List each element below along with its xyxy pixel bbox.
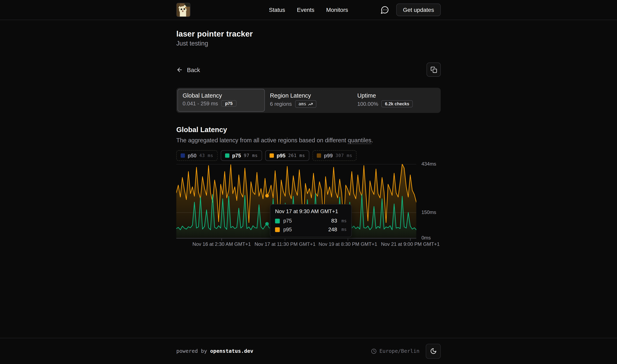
copy-link-button[interactable] bbox=[426, 63, 441, 77]
chart-plot-area[interactable]: Nov 16 at 2:30 AM GMT+1Nov 17 at 11:30 P… bbox=[176, 164, 416, 248]
legend-value: 97 ms bbox=[244, 153, 258, 158]
trending-up-icon bbox=[308, 102, 313, 106]
nav-links: Status Events Monitors bbox=[269, 7, 348, 13]
legend-value: 307 ms bbox=[336, 153, 352, 158]
nav-link-status[interactable]: Status bbox=[269, 7, 285, 13]
tooltip-value: 248 bbox=[328, 227, 337, 233]
region-badge-label: ams bbox=[298, 102, 306, 106]
status-page: Status Events Monitors Get updates laser… bbox=[0, 0, 617, 364]
tooltip-unit: ms bbox=[341, 227, 347, 232]
tooltip-timestamp: Nov 17 at 9:30 AM GMT+1 bbox=[275, 208, 347, 214]
p50-swatch bbox=[181, 153, 185, 158]
description-period: . bbox=[371, 137, 373, 143]
legend-label: p75 bbox=[232, 153, 241, 159]
tab-uptime[interactable]: Uptime 100.00% 6.2k checks bbox=[352, 89, 440, 112]
checks-badge: 6.2k checks bbox=[381, 100, 413, 107]
tooltip-row-p75: p75 83 ms bbox=[275, 218, 347, 224]
tab-global-latency[interactable]: Global Latency 0.041 - 259 ms p75 bbox=[177, 89, 265, 112]
tooltip-row-p95: p95 248 ms bbox=[275, 227, 347, 233]
cat-logo-image bbox=[177, 3, 190, 16]
legend-item-p99[interactable]: p99 307 ms bbox=[313, 150, 357, 161]
site-logo[interactable] bbox=[176, 3, 190, 17]
legend-item-p95[interactable]: p95 261 ms bbox=[265, 150, 309, 161]
p75-swatch bbox=[225, 153, 229, 158]
theme-toggle-button[interactable] bbox=[426, 344, 441, 359]
tooltip-series-name: p75 bbox=[283, 218, 292, 224]
tooltip-series-name: p95 bbox=[283, 227, 292, 233]
timezone-display: Europe/Berlin bbox=[371, 348, 419, 354]
message-circle-icon bbox=[381, 5, 389, 14]
x-axis-tick-label: Nov 16 at 2:30 AM GMT+1 bbox=[192, 242, 251, 247]
quantile-badge: p75 bbox=[221, 100, 236, 106]
legend-item-p75[interactable]: p75 97 ms bbox=[221, 150, 262, 161]
quantiles-link[interactable]: quantiles bbox=[348, 137, 371, 144]
tab-title: Region Latency bbox=[270, 92, 347, 99]
feedback-chat-button[interactable] bbox=[379, 4, 391, 16]
get-updates-button[interactable]: Get updates bbox=[396, 3, 441, 16]
page-footer: powered by openstatus.dev Europe/Berlin bbox=[0, 338, 617, 364]
openstatus-link[interactable]: openstatus.dev bbox=[210, 348, 253, 354]
legend-item-p50[interactable]: p50 43 ms bbox=[176, 150, 218, 161]
chart-legend: p50 43 ms p75 97 ms p95 261 ms p99 307 m… bbox=[176, 150, 441, 161]
section-title: Global Latency bbox=[176, 126, 441, 134]
p75-swatch bbox=[275, 219, 280, 223]
main-content: laser pointer tracker Just testing Back bbox=[0, 20, 617, 338]
nav-link-monitors[interactable]: Monitors bbox=[326, 7, 348, 13]
legend-label: p95 bbox=[277, 153, 286, 159]
page-title: laser pointer tracker bbox=[176, 29, 441, 38]
x-axis-labels: Nov 16 at 2:30 AM GMT+1Nov 17 at 11:30 P… bbox=[176, 242, 416, 248]
clock-icon bbox=[371, 348, 377, 354]
x-axis-tick-label: Nov 17 at 11:30 PM GMT+1 bbox=[254, 242, 315, 247]
powered-by: powered by openstatus.dev bbox=[176, 348, 253, 354]
moon-icon bbox=[430, 348, 437, 354]
y-axis-labels: 434ms150ms0ms bbox=[416, 164, 441, 248]
tab-subtitle: 6 regions bbox=[270, 101, 292, 107]
region-badge: ams bbox=[295, 100, 316, 108]
nav-link-events[interactable]: Events bbox=[297, 7, 314, 13]
p95-swatch bbox=[275, 227, 280, 232]
description-text: The aggregated latency from all active r… bbox=[176, 137, 348, 143]
page-subtitle: Just testing bbox=[176, 40, 441, 47]
tab-title: Global Latency bbox=[183, 92, 260, 99]
chart-tooltip: Nov 17 at 9:30 AM GMT+1 p75 83 ms p95 24… bbox=[270, 204, 352, 237]
copy-icon bbox=[430, 66, 437, 73]
tab-subtitle: 100.00% bbox=[357, 101, 378, 107]
back-link[interactable]: Back bbox=[176, 66, 200, 73]
section-description: The aggregated latency from all active r… bbox=[176, 137, 441, 143]
powered-prefix: powered by bbox=[176, 348, 210, 354]
latency-chart: Nov 16 at 2:30 AM GMT+1Nov 17 at 11:30 P… bbox=[176, 164, 441, 248]
legend-value: 261 ms bbox=[288, 153, 305, 158]
tab-region-latency[interactable]: Region Latency 6 regions ams bbox=[265, 89, 352, 112]
timezone-label: Europe/Berlin bbox=[380, 348, 420, 354]
p99-swatch bbox=[317, 153, 321, 158]
x-axis-tick-label: Nov 19 at 8:30 PM GMT+1 bbox=[319, 242, 377, 247]
tooltip-unit: ms bbox=[341, 218, 347, 223]
p95-swatch bbox=[270, 153, 274, 158]
y-axis-tick-label: 150ms bbox=[421, 210, 436, 215]
metric-tabs: Global Latency 0.041 - 259 ms p75 Region… bbox=[176, 88, 441, 113]
legend-label: p99 bbox=[324, 153, 333, 159]
tab-title: Uptime bbox=[357, 92, 434, 99]
arrow-left-icon bbox=[176, 66, 183, 73]
legend-value: 43 ms bbox=[199, 153, 213, 158]
tooltip-value: 83 bbox=[331, 218, 337, 224]
y-axis-tick-label: 0ms bbox=[421, 235, 431, 241]
y-axis-tick-label: 434ms bbox=[421, 161, 436, 167]
back-label: Back bbox=[187, 66, 200, 73]
legend-label: p50 bbox=[188, 153, 197, 159]
tab-subtitle: 0.041 - 259 ms bbox=[183, 100, 218, 106]
nav-actions: Get updates bbox=[379, 3, 441, 16]
top-nav: Status Events Monitors Get updates bbox=[0, 0, 617, 20]
